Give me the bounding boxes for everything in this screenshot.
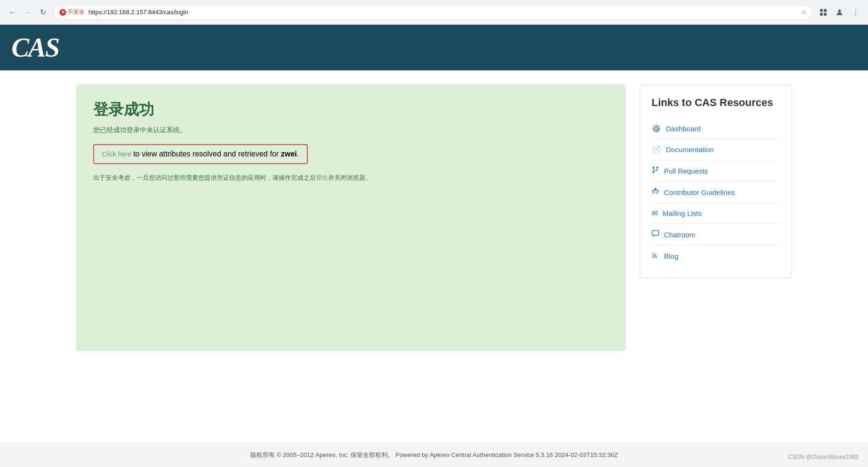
- profile-button[interactable]: [833, 6, 846, 19]
- contributor-icon: [652, 187, 659, 197]
- resource-label-contributor-guidelines: Contributor Guidelines: [664, 188, 735, 196]
- click-here-end: .: [297, 150, 299, 158]
- menu-button[interactable]: ⋮: [849, 6, 862, 19]
- bookmark-star-icon[interactable]: ☆: [801, 9, 807, 16]
- svg-point-9: [652, 190, 654, 192]
- security-note-prefix: 出于安全考虑，一旦您访问过那些需要您提供凭证信息的应用时，请操作完成之后: [93, 174, 316, 181]
- click-here-prefix: Click here: [102, 150, 131, 158]
- watermark: CSDN @OceanWaves1993: [788, 454, 858, 460]
- address-bar[interactable]: ✕ 不安全 https://192.168.2.157:8443/cas/log…: [53, 5, 813, 20]
- extensions-button[interactable]: [817, 6, 830, 19]
- click-here-suffix: to view attributes resolved and retrieve…: [133, 150, 281, 158]
- success-box: 登录成功 您已经成功登录中央认证系统。 Click here to view a…: [76, 85, 625, 351]
- resource-label-blog: Blog: [664, 252, 678, 260]
- svg-point-8: [654, 188, 657, 191]
- svg-rect-3: [824, 13, 827, 16]
- username-label: zwei: [281, 150, 297, 158]
- resource-label-documentation: Documentation: [666, 146, 714, 154]
- resource-link-pull-requests[interactable]: Pull Requests: [652, 160, 780, 182]
- mail-icon: ✉: [652, 209, 658, 218]
- resource-link-chatroom[interactable]: Chatroom: [652, 224, 780, 245]
- svg-point-10: [657, 190, 659, 192]
- resources-panel: Links to CAS Resources ⚙️ Dashboard 📄 Do…: [640, 85, 792, 278]
- svg-point-12: [653, 257, 654, 258]
- resource-link-blog[interactable]: Blog: [652, 245, 780, 266]
- click-here-text: Click here to view attributes resolved a…: [102, 150, 299, 158]
- site-footer: 版权所有 © 2005–2012 Apereo, Inc. 保留全部权利。 Po…: [0, 443, 868, 467]
- svg-point-7: [653, 171, 654, 173]
- success-title: 登录成功: [93, 99, 608, 120]
- svg-rect-11: [652, 231, 659, 235]
- resource-label-dashboard: Dashboard: [666, 125, 701, 133]
- url-display: https://192.168.2.157:8443/cas/login: [88, 9, 188, 16]
- resource-link-dashboard[interactable]: ⚙️ Dashboard: [652, 118, 780, 139]
- browser-chrome: ← → ↻ ✕ 不安全 https://192.168.2.157:8443/c…: [0, 0, 868, 25]
- resource-link-documentation[interactable]: 📄 Documentation: [652, 139, 780, 160]
- security-note: 出于安全考虑，一旦您访问过那些需要您提供凭证信息的应用时，请操作完成之后登出并关…: [93, 174, 608, 182]
- svg-rect-0: [820, 9, 823, 12]
- resources-title: Links to CAS Resources: [652, 97, 780, 109]
- main-content: 登录成功 您已经成功登录中央认证系统。 Click here to view a…: [0, 70, 868, 365]
- resource-label-pull-requests: Pull Requests: [664, 167, 708, 175]
- gear-icon: ⚙️: [652, 124, 661, 133]
- resource-label-chatroom: Chatroom: [664, 231, 695, 239]
- footer-text: 版权所有 © 2005–2012 Apereo, Inc. 保留全部权利。 Po…: [250, 451, 618, 458]
- svg-point-5: [653, 166, 654, 168]
- logout-text: 登出: [316, 174, 328, 181]
- resource-label-mailing-lists: Mailing Lists: [663, 209, 702, 217]
- cas-logo: CAS: [11, 32, 59, 63]
- refresh-button[interactable]: ↻: [36, 6, 49, 19]
- resource-link-mailing-lists[interactable]: ✉ Mailing Lists: [652, 203, 780, 224]
- svg-rect-2: [820, 13, 823, 16]
- logout-link[interactable]: 登出: [316, 174, 328, 181]
- nav-buttons: ← → ↻: [6, 6, 49, 19]
- document-icon: 📄: [652, 145, 661, 154]
- svg-rect-1: [824, 9, 827, 12]
- not-secure-label: 不安全: [68, 8, 85, 16]
- svg-point-4: [838, 10, 841, 12]
- rss-icon: [652, 251, 659, 261]
- resource-link-contributor-guidelines[interactable]: Contributor Guidelines: [652, 182, 780, 203]
- click-here-box: Click here to view attributes resolved a…: [93, 144, 308, 164]
- success-subtitle: 您已经成功登录中央认证系统。: [93, 126, 608, 135]
- chat-icon: [652, 230, 659, 239]
- site-header: CAS: [0, 25, 868, 70]
- forward-button[interactable]: →: [21, 6, 34, 19]
- browser-action-buttons: ⋮: [817, 6, 862, 19]
- pull-requests-icon: [652, 166, 659, 175]
- click-here-link[interactable]: Click here: [102, 150, 133, 158]
- back-button[interactable]: ←: [6, 6, 19, 19]
- not-secure-indicator: ✕ 不安全: [59, 8, 85, 16]
- warning-icon: ✕: [59, 9, 66, 16]
- svg-point-6: [656, 166, 658, 168]
- security-note-suffix: 并关闭浏览器。: [328, 174, 371, 181]
